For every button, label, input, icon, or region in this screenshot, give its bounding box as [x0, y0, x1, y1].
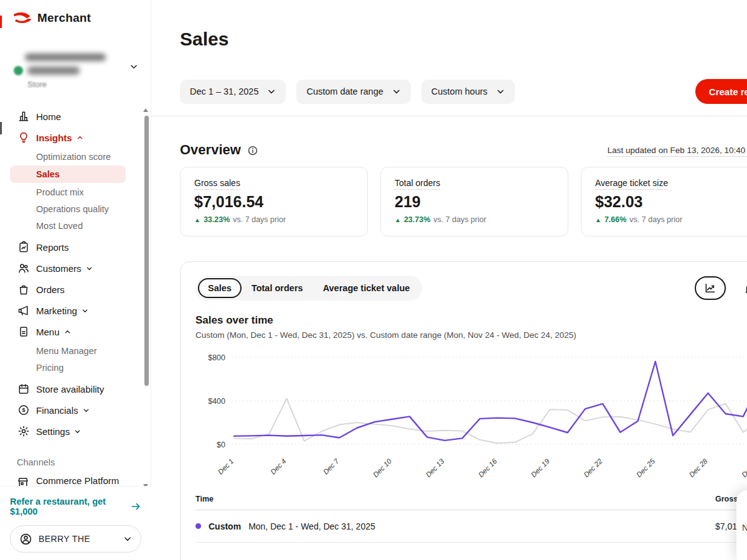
tab-average-ticket-value[interactable]: Average ticket value [313, 278, 420, 298]
sidebar-item-sales[interactable]: Sales [10, 166, 126, 183]
sidebar-item-home[interactable]: Home [0, 106, 144, 127]
store-sublabel: Store [27, 80, 47, 89]
chart-y-tick-label: $800 [208, 353, 225, 362]
merchant-portal-page: Merchant Store Home Insights [0, 0, 747, 560]
chart-x-tick-label: Dec 1 [217, 457, 235, 476]
sidebar-item-label: Orders [36, 284, 65, 295]
series-name: Custom [209, 521, 241, 531]
sidebar-item-label: Home [36, 111, 61, 122]
sidebar-item-operations-quality[interactable]: Operations quality [0, 200, 144, 217]
orders-bag-icon [17, 282, 31, 296]
doordash-logo-icon [12, 11, 32, 25]
chart-title: Sales over time [195, 314, 747, 327]
chart-header: Sales Total orders Average ticket value [195, 276, 747, 301]
dollar-circle-icon: $ [17, 403, 31, 417]
sidebar-item-menu-manager[interactable]: Menu Manager [0, 342, 144, 359]
sidebar-item-label: Product mix [36, 187, 84, 197]
sidebar-item-orders[interactable]: Orders [0, 279, 144, 300]
store-status-dot [14, 66, 23, 75]
chart-y-tick-label: $0 [217, 441, 225, 449]
store-name-redacted [25, 54, 106, 61]
sidebar-item-label: Commerce Platform [36, 475, 119, 486]
sales-over-time-card: Sales Total orders Average ticket value … [180, 261, 747, 560]
tab-total-orders[interactable]: Total orders [242, 278, 313, 298]
column-header-time: Time [195, 495, 715, 503]
create-report-button[interactable]: Create report [695, 79, 747, 104]
edge-sliver-red [0, 16, 2, 28]
sales-over-time-chart: $0$400$800Dec 1Dec 4Dec 7Dec 10Dec 13Dec… [195, 347, 747, 483]
sidebar-item-label: Operations quality [36, 204, 109, 214]
sidebar-item-label: Sales [36, 169, 60, 179]
floating-widget[interactable]: N [736, 490, 747, 560]
sidebar-item-customers[interactable]: Customers [0, 258, 144, 279]
sidebar-section-channels: Channels [0, 453, 144, 472]
chart-metric-tabs: Sales Total orders Average ticket value [195, 276, 422, 301]
legend-table: Time Gross sales Custom Mon, Dec 1 - Wed… [195, 488, 747, 543]
sidebar-item-reports[interactable]: Reports [0, 236, 144, 258]
tab-sales[interactable]: Sales [198, 278, 242, 298]
store-selector[interactable]: Store [11, 52, 142, 90]
sidebar-footer: Refer a restaurant, get $1,000 BERRY THE [0, 487, 151, 560]
page-title: Sales [180, 29, 228, 50]
sidebar-item-store-availability[interactable]: Store availability [0, 378, 144, 399]
sidebar-item-pricing[interactable]: Pricing [0, 359, 144, 376]
trend-up-icon: ▲ [395, 217, 401, 223]
series-period: Mon, Dec 1 - Wed, Dec 31, 2025 [248, 521, 375, 531]
date-range-filter[interactable]: Dec 1 – 31, 2025 [180, 80, 286, 104]
header-divider [151, 116, 747, 116]
sidebar-item-insights[interactable]: Insights [0, 127, 144, 148]
chart-y-tick-label: $400 [208, 397, 225, 406]
sidebar-item-product-mix[interactable]: Product mix [0, 184, 144, 200]
chevron-down-icon [496, 87, 505, 96]
chevron-down-icon [82, 307, 88, 314]
scrollbar-up-arrow[interactable] [143, 108, 148, 112]
filter-label: Custom hours [431, 86, 487, 96]
sidebar-item-label: Marketing [36, 306, 77, 316]
metric-card-total-orders: Total orders 219 ▲ 23.73% vs. 7 days pri… [380, 167, 568, 236]
metric-title[interactable]: Total orders [395, 178, 440, 190]
sidebar-item-label: Pricing [36, 363, 63, 373]
main-content: Sales Dec 1 – 31, 2025 Custom date range… [151, 0, 747, 560]
person-circle-icon [19, 533, 32, 546]
custom-hours-filter[interactable]: Custom hours [421, 80, 515, 104]
sidebar: Merchant Store Home Insights [0, 0, 151, 560]
chart-x-tick-label: Dec 22 [582, 457, 604, 479]
floating-widget-text: N [742, 523, 747, 533]
metric-cards: Gross sales $7,016.54 ▲ 33.23% vs. 7 day… [180, 167, 747, 236]
sidebar-item-marketing[interactable]: Marketing [0, 300, 144, 321]
table-row[interactable]: Custom Mon, Dec 1 - Wed, Dec 31, 2025 $7… [195, 510, 747, 543]
sidebar-item-optimization-score[interactable]: Optimization score [0, 148, 144, 165]
line-chart-toggle-button[interactable] [695, 276, 726, 300]
filter-row: Dec 1 – 31, 2025 Custom date range Custo… [180, 79, 747, 104]
menu-document-icon [17, 325, 31, 338]
chevron-up-icon [77, 134, 83, 141]
calendar-icon [17, 382, 31, 396]
metric-value: $7,016.54 [194, 193, 354, 211]
chart-x-tick-label: Dec 13 [425, 457, 446, 479]
bar-chart-icon [744, 282, 747, 294]
bar-chart-toggle-button[interactable] [735, 276, 747, 300]
chart-type-toggles [695, 276, 747, 300]
sidebar-item-settings[interactable]: Settings [0, 421, 144, 442]
metric-title[interactable]: Gross sales [194, 178, 240, 190]
refer-restaurant-link[interactable]: Refer a restaurant, get $1,000 [10, 495, 141, 525]
sidebar-item-menu[interactable]: Menu [0, 321, 144, 342]
account-menu-button[interactable]: BERRY THE [10, 525, 141, 553]
metric-title[interactable]: Average ticket size [595, 178, 668, 190]
info-icon[interactable] [247, 145, 258, 156]
brand-title: Merchant [37, 11, 91, 25]
sidebar-item-label: Menu [36, 327, 60, 337]
comparison-range-filter[interactable]: Custom date range [296, 80, 410, 104]
last-updated-text: Last updated on Feb 13, 2026, 10:40 PM G… [608, 146, 747, 157]
scrollbar-thumb[interactable] [144, 116, 149, 386]
chevron-down-icon [267, 87, 276, 96]
chevron-down-icon [129, 62, 138, 73]
chart-x-tick-label: Dec 10 [372, 457, 393, 479]
svg-text:$: $ [22, 407, 25, 413]
sidebar-item-financials[interactable]: $ Financials [0, 399, 144, 421]
sidebar-item-most-loved[interactable]: Most Loved [0, 217, 144, 234]
chart-x-tick-label: Dec 16 [477, 457, 499, 479]
sidebar-item-label: Settings [36, 426, 70, 437]
account-name: BERRY THE [39, 534, 90, 544]
chart-x-tick-label: Dec 4 [269, 457, 288, 476]
